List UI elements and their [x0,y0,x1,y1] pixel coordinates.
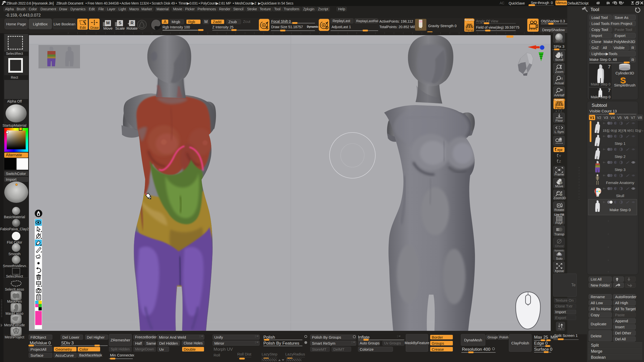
svg-text:S: S [266,26,268,30]
svg-text:D: D [326,26,329,30]
svg-text:xyz: xyz [557,148,562,152]
svg-text:Z: Z [559,160,561,163]
svg-text:Y: Y [559,154,561,158]
svg-text:x1: x1 [560,77,563,80]
